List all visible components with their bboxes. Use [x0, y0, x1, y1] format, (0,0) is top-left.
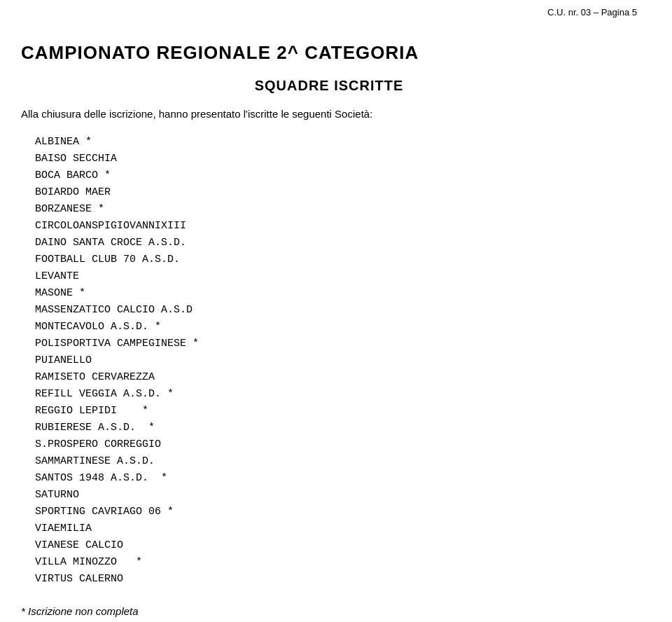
list-item: LEVANTE	[35, 268, 637, 285]
footnote: * Iscrizione non completa	[21, 605, 637, 617]
intro-text: Alla chiusura delle iscrizione, hanno pr…	[21, 108, 637, 120]
main-title: CAMPIONATO REGIONALE 2^ CATEGORIA	[21, 42, 637, 64]
list-item: SAMMARTINESE A.S.D.	[35, 453, 637, 470]
sub-title: SQUADRE ISCRITTE	[21, 78, 637, 94]
list-item: ALBINEA *	[35, 134, 637, 151]
page-header: C.U. nr. 03 – Pagina 5	[547, 7, 637, 18]
list-item: VIAEMILIA	[35, 520, 637, 537]
list-item: BAISO SECCHIA	[35, 151, 637, 167]
list-item: REFILL VEGGIA A.S.D. *	[35, 386, 637, 403]
list-item: VIANESE CALCIO	[35, 537, 637, 554]
list-item: MONTECAVOLO A.S.D. *	[35, 319, 637, 336]
list-item: VILLA MINOZZO *	[35, 554, 637, 571]
list-item: MASSENZATICO CALCIO A.S.D	[35, 302, 637, 319]
list-item: SANTOS 1948 A.S.D. *	[35, 470, 637, 487]
list-item: BOCA BARCO *	[35, 167, 637, 184]
list-item: S.PROSPERO CORREGGIO	[35, 436, 637, 453]
list-item: FOOTBALL CLUB 70 A.S.D.	[35, 251, 637, 268]
list-item: SPORTING CAVRIAGO 06 *	[35, 504, 637, 520]
list-item: SATURNO	[35, 487, 637, 504]
list-item: BOIARDO MAER	[35, 184, 637, 201]
list-item: DAINO SANTA CROCE A.S.D.	[35, 235, 637, 251]
list-item: CIRCOLOANSPIGIOVANNIXIII	[35, 218, 637, 235]
list-item: POLISPORTIVA CAMPEGINESE *	[35, 336, 637, 352]
list-item: VIRTUS CALERNO	[35, 571, 637, 588]
list-item: RAMISETO CERVAREZZA	[35, 369, 637, 386]
page-ref-text: C.U. nr. 03 – Pagina 5	[547, 7, 637, 18]
teams-list: ALBINEA *BAISO SECCHIABOCA BARCO *BOIARD…	[35, 134, 637, 588]
list-item: PUIANELLO	[35, 352, 637, 369]
list-item: RUBIERESE A.S.D. *	[35, 420, 637, 436]
list-item: MASONE *	[35, 285, 637, 302]
list-item: REGGIO LEPIDI *	[35, 403, 637, 420]
list-item: BORZANESE *	[35, 201, 637, 218]
